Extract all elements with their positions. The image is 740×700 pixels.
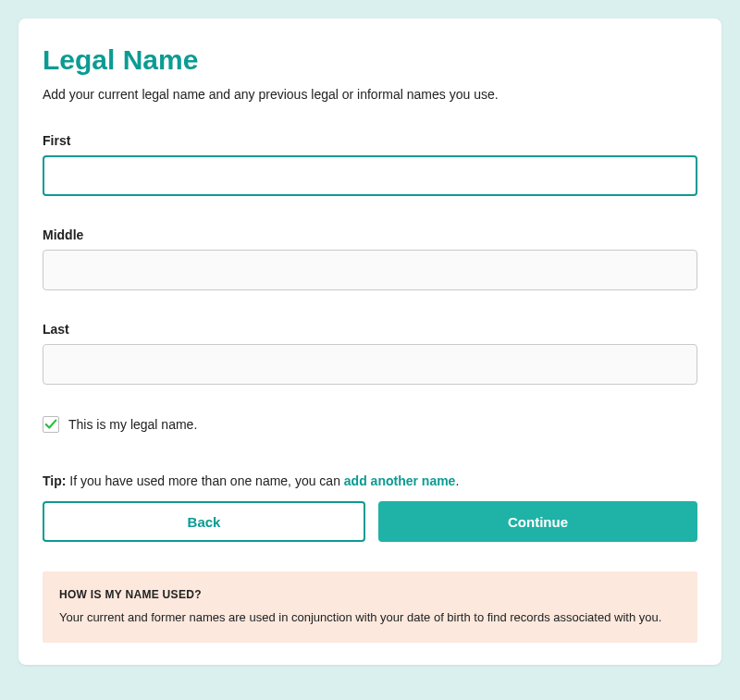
info-box: HOW IS MY NAME USED? Your current and fo… [43,571,697,643]
first-name-field: First [43,133,697,196]
last-name-input[interactable] [43,344,697,385]
last-name-field: Last [43,322,697,385]
page-title: Legal Name [43,44,697,76]
tip-suffix: . [455,473,459,488]
legal-name-checkbox-label: This is my legal name. [68,417,197,432]
info-box-text: Your current and former names are used i… [59,610,681,624]
tip-text: Tip: If you have used more than one name… [43,473,697,488]
legal-name-checkbox[interactable] [43,416,59,433]
middle-name-field: Middle [43,227,697,290]
form-card: Legal Name Add your current legal name a… [18,18,722,665]
continue-button[interactable]: Continue [378,501,697,542]
button-row: Back Continue [43,501,697,542]
page-subtitle: Add your current legal name and any prev… [43,87,697,102]
middle-name-label: Middle [43,227,697,242]
add-another-name-link[interactable]: add another name [344,473,456,488]
middle-name-input[interactable] [43,250,697,290]
tip-label: Tip: [43,473,66,488]
checkmark-icon [44,418,57,431]
back-button[interactable]: Back [43,501,365,542]
tip-body: If you have used more than one name, you… [66,473,343,488]
info-box-title: HOW IS MY NAME USED? [59,588,681,601]
last-name-label: Last [43,322,697,337]
first-name-input[interactable] [43,155,697,196]
first-name-label: First [43,133,697,148]
legal-name-checkbox-row: This is my legal name. [43,416,697,433]
